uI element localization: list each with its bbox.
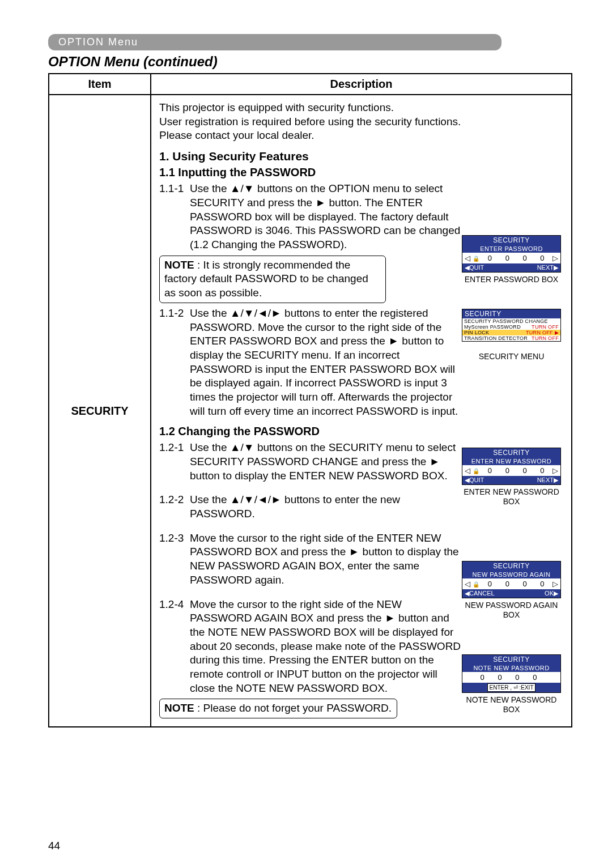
lock-icon — [473, 254, 479, 262]
menu-value: TURN OFF — [532, 335, 559, 341]
step-number: 1.2-2 — [159, 493, 190, 521]
step-number: 1.2-3 — [159, 531, 190, 588]
intro-text: This projector is equipped with security… — [159, 101, 563, 143]
option-table: Item Description SECURITY This projector… — [48, 73, 572, 727]
arrow-right-icon: ▷ — [552, 466, 558, 475]
osd-subtitle: ENTER NEW PASSWORD — [462, 457, 560, 465]
password-digits: 0 0 0 0 — [482, 466, 550, 475]
menu-item: MyScreen PASSWORD — [464, 324, 521, 330]
password-digits: 0 0 0 0 — [482, 580, 550, 588]
osd-title: SECURITY — [462, 309, 560, 318]
step-number: 1.1-1 — [159, 182, 190, 252]
osd-security-menu: SECURITY SECURITY PASSWORD CHANGE MyScre… — [462, 309, 561, 361]
note-box-1: NOTE : It is strongly recommended the fa… — [159, 256, 386, 303]
page-number: 44 — [48, 840, 60, 852]
step-number: 1.2-4 — [159, 598, 190, 696]
col-header-item: Item — [49, 74, 151, 95]
osd-quit: ◀QUIT — [465, 476, 484, 484]
osd-cancel: ◀CANCEL — [465, 590, 495, 597]
step-number: 1.2-1 — [159, 441, 190, 483]
menu-item: PIN LOCK — [464, 330, 489, 335]
menu-item: TRANSITION DETECTOR — [464, 335, 528, 341]
description-cell: This projector is equipped with security… — [151, 95, 572, 727]
heading-changing-password: 1.2 Changing the PASSWORD — [159, 424, 563, 439]
osd-caption: NOTE NEW PASSWORD BOX — [462, 695, 561, 714]
arrow-right-icon: ▷ — [552, 580, 558, 588]
note-label: NOTE — [164, 259, 194, 271]
osd-quit: ◀QUIT — [465, 264, 484, 271]
step-number: 1.1-2 — [159, 307, 190, 419]
lock-icon — [473, 580, 479, 588]
heading-inputting-password: 1.1 Inputting the PASSWORD — [159, 165, 563, 180]
osd-title: SECURITY — [462, 448, 560, 457]
osd-title: SECURITY — [462, 655, 560, 664]
section-tab: OPTION Menu — [48, 34, 502, 50]
osd-enter-new-password: SECURITY ENTER NEW PASSWORD ◁ 0 0 0 0 ▷ … — [462, 448, 561, 507]
menu-value: TURN OFF ▶ — [526, 330, 559, 335]
arrow-left-icon: ◁ — [465, 254, 470, 262]
arrow-right-icon: ▷ — [552, 254, 558, 262]
page-title: OPTION Menu (continued) — [48, 54, 572, 70]
password-digits: 0 0 0 0 — [481, 673, 543, 682]
osd-subtitle: ENTER PASSWORD — [462, 245, 560, 253]
osd-title: SECURITY — [462, 561, 560, 571]
item-security: SECURITY — [49, 95, 151, 727]
osd-caption: NEW PASSWORD AGAIN BOX — [462, 601, 561, 620]
osd-caption: ENTER NEW PASSWORD BOX — [462, 487, 561, 507]
lock-icon — [473, 466, 479, 475]
menu-item: SECURITY PASSWORD CHANGE — [464, 318, 548, 324]
osd-exit: ENTER , ⏎ :EXIT — [487, 683, 535, 692]
note-box-2: NOTE : Please do not forget your PASSWOR… — [159, 699, 397, 718]
osd-subtitle: NOTE NEW PASSWORD — [462, 664, 560, 672]
col-header-description: Description — [151, 74, 572, 95]
heading-using-security: 1. Using Security Features — [159, 148, 563, 164]
osd-enter-password: SECURITY ENTER PASSWORD ◁ 0 0 0 0 ▷ ◀QUI… — [462, 235, 561, 284]
osd-next: NEXT▶ — [537, 476, 558, 484]
password-digits: 0 0 0 0 — [482, 254, 550, 262]
note-text: : Please do not forget your PASSWORD. — [194, 702, 392, 714]
osd-caption: SECURITY MENU — [462, 352, 561, 361]
osd-next: NEXT▶ — [537, 264, 558, 271]
osd-ok: OK▶ — [545, 590, 558, 597]
osd-note-new-password: SECURITY NOTE NEW PASSWORD 0 0 0 0 ENTER… — [462, 654, 561, 714]
arrow-left-icon: ◁ — [465, 466, 470, 475]
osd-title: SECURITY — [462, 236, 560, 245]
menu-value: TURN OFF — [532, 324, 559, 330]
osd-subtitle: NEW PASSWORD AGAIN — [462, 571, 560, 578]
note-label: NOTE — [164, 702, 194, 714]
note-text: : It is strongly recommended the factory… — [164, 259, 368, 299]
osd-new-password-again: SECURITY NEW PASSWORD AGAIN ◁ 0 0 0 0 ▷ … — [462, 561, 561, 620]
arrow-left-icon: ◁ — [465, 580, 470, 588]
osd-caption: ENTER PASSWORD BOX — [462, 275, 561, 284]
